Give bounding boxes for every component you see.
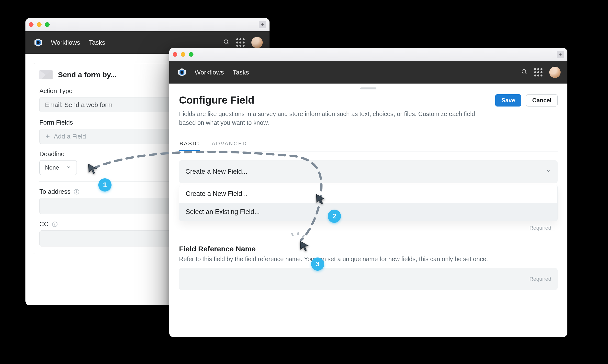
window-controls [29,22,50,27]
tab-advanced[interactable]: ADVANCED [211,137,248,151]
field-config-tabs: BASIC ADVANCED [179,137,558,152]
svg-point-3 [224,39,228,43]
nav-workflows[interactable]: Workflows [51,39,80,46]
svg-line-4 [227,43,229,44]
field-source-select[interactable]: Create a New Field... [179,160,558,183]
cc-label: CC [39,220,49,228]
info-icon[interactable]: i [74,189,79,195]
sheet-title: Configure Field [179,94,477,106]
field-source-menu: Create a New Field... Select an Existing… [179,185,558,221]
new-tab-button[interactable]: + [557,51,564,58]
search-icon[interactable] [223,39,229,47]
titlebar: + [26,18,270,31]
minimize-icon[interactable] [37,22,41,27]
plus-icon: + [559,52,562,57]
maximize-icon[interactable] [45,22,50,27]
app-logo[interactable] [176,66,188,78]
drag-handle[interactable] [360,88,376,90]
svg-line-11 [525,73,526,74]
cancel-button[interactable]: Cancel [526,94,558,106]
close-icon[interactable] [29,22,33,27]
menu-item-create-new[interactable]: Create a New Field... [179,185,557,203]
app-logo[interactable] [32,37,44,48]
close-icon[interactable] [173,52,177,57]
window-controls [173,52,193,57]
mail-icon [39,70,53,79]
avatar[interactable] [549,67,561,78]
nav-tasks[interactable]: Tasks [89,39,105,46]
maximize-icon[interactable] [189,52,193,57]
avatar[interactable] [251,37,263,48]
to-address-label: To address [39,188,70,195]
plus-icon [45,134,50,139]
nav-workflows[interactable]: Workflows [195,69,224,76]
add-field-label: Add a Field [54,133,86,140]
sheet-description: Fields are like questions in a survey an… [179,109,477,127]
action-title: Send a form by... [58,71,117,79]
titlebar: + [169,48,567,61]
field-ref-input[interactable]: Required [179,268,558,290]
svg-point-10 [522,69,525,73]
required-hint: Required [529,276,551,282]
apps-grid-icon[interactable] [236,38,245,47]
appbar: Workflows Tasks [169,61,567,84]
deadline-select[interactable]: None [39,160,77,175]
field-ref-title: Field Reference Name [179,245,558,253]
required-hint: Required [529,225,551,231]
search-icon[interactable] [521,68,527,77]
info-icon[interactable]: i [52,221,57,227]
nav-tasks[interactable]: Tasks [233,69,249,76]
minimize-icon[interactable] [181,52,185,57]
menu-item-select-existing[interactable]: Select an Existing Field... [179,203,557,221]
new-tab-button[interactable]: + [259,21,266,28]
apps-grid-icon[interactable] [534,68,542,77]
field-ref-description: Refer to this field by the field referen… [179,256,558,263]
chevron-down-icon [546,168,551,175]
window-configure-field: + Workflows Tasks Configure Field [169,48,567,337]
tab-basic[interactable]: BASIC [179,137,200,151]
chevron-down-icon [66,164,71,171]
deadline-value: None [45,164,59,171]
plus-icon: + [261,22,264,27]
field-source-value: Create a New Field... [185,168,248,175]
save-button[interactable]: Save [495,94,521,106]
